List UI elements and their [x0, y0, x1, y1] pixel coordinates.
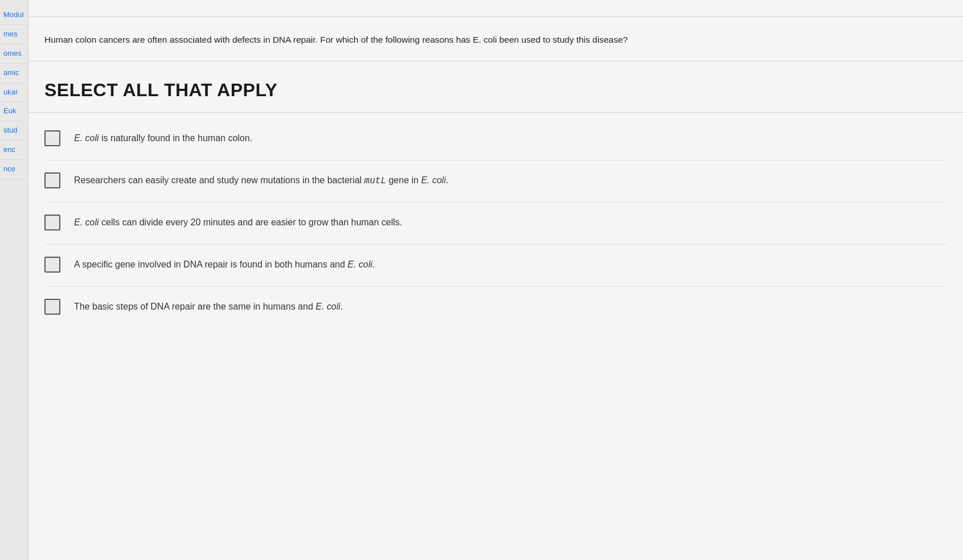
answer-row-1: E. coli is naturally found in the human …	[44, 118, 947, 160]
answer-row-5: The basic steps of DNA repair are the sa…	[44, 287, 947, 328]
checkbox-wrapper-4	[44, 257, 63, 275]
sidebar-item-omes[interactable]: omes	[0, 44, 28, 64]
checkbox-wrapper-5	[44, 299, 63, 317]
checkbox-5[interactable]	[44, 299, 60, 315]
answer-text-1: E. coli is naturally found in the human …	[74, 130, 252, 145]
sidebar-item-enc[interactable]: enc	[0, 141, 28, 160]
answer-row-4: A specific gene involved in DNA repair i…	[44, 245, 947, 287]
checkbox-3[interactable]	[44, 215, 60, 230]
checkbox-wrapper-1	[44, 130, 63, 149]
question-text: Human colon cancers are often associated…	[44, 33, 929, 47]
instruction-section: SELECT ALL THAT APPLY	[28, 61, 963, 113]
sidebar-item-euk[interactable]: Euk	[0, 102, 28, 121]
sidebar-item-stud[interactable]: stud	[0, 121, 28, 141]
answer-text-3: E. coli cells can divide every 20 minute…	[74, 214, 402, 229]
checkbox-4[interactable]	[44, 257, 60, 273]
question-section: Human colon cancers are often associated…	[28, 17, 963, 61]
answer-text-5: The basic steps of DNA repair are the sa…	[74, 298, 343, 314]
checkbox-2[interactable]	[44, 172, 60, 188]
sidebar-item-ukar[interactable]: ukar	[0, 83, 28, 102]
checkbox-1[interactable]	[44, 130, 60, 146]
answer-text-4: A specific gene involved in DNA repair i…	[74, 256, 375, 271]
answer-row-3: E. coli cells can divide every 20 minute…	[44, 203, 947, 245]
sidebar-item-amic[interactable]: amic	[0, 64, 28, 83]
checkbox-wrapper-2	[44, 172, 63, 191]
sidebar-item-modul[interactable]: Modul	[0, 6, 28, 25]
checkbox-wrapper-3	[44, 215, 63, 233]
main-content: Human colon cancers are often associated…	[28, 0, 963, 560]
answers-section: E. coli is naturally found in the human …	[28, 113, 963, 560]
instruction-label: SELECT ALL THAT APPLY	[44, 80, 947, 101]
sidebar-item-nce[interactable]: nce	[0, 160, 28, 179]
answer-text-2: Researchers can easily create and study …	[74, 172, 448, 188]
answer-row-2: Researchers can easily create and study …	[44, 160, 947, 203]
sidebar-item-mes[interactable]: mes	[0, 25, 28, 44]
top-bar	[28, 0, 963, 17]
sidebar: Modul mes omes amic ukar Euk stud enc nc…	[0, 0, 28, 560]
